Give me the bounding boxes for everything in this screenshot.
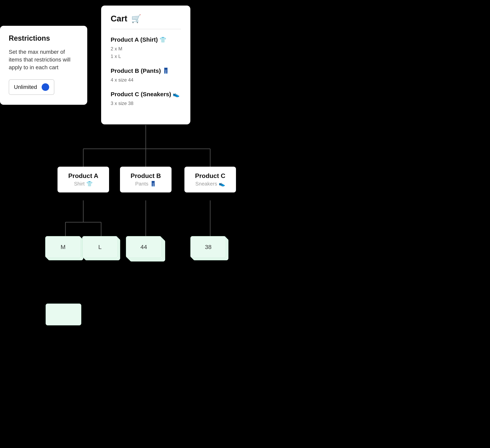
cart-product-c-name: Product C (Sneakers) 👟 <box>111 91 181 98</box>
variant-l-label: L <box>98 244 102 250</box>
sneakers-icon: 👟 <box>173 91 180 98</box>
cart-product-b: Product B (Pants) 👖 4 x size 44 <box>111 67 181 84</box>
product-a-name: Product A <box>65 172 102 179</box>
cart-product-c: Product C (Sneakers) 👟 3 x size 38 <box>111 91 181 107</box>
variant-l-stack: L <box>82 236 122 263</box>
restrictions-card: Restrictions Set the max number of items… <box>0 26 87 105</box>
variant-44-card-front[interactable]: 44 <box>126 236 162 258</box>
variant-38-card-front[interactable]: 38 <box>190 236 226 258</box>
variant-m-stack: M <box>45 236 86 263</box>
product-c-node: Product C Sneakers 👟 <box>184 167 236 192</box>
bottom-lone-card <box>46 304 81 325</box>
pants-icon: 👖 <box>162 67 169 74</box>
product-c-sub: Sneakers 👟 <box>192 181 229 187</box>
variant-44-stack: 44 <box>126 236 169 265</box>
product-a-sub-icon: 👕 <box>86 181 93 187</box>
product-a-node: Product A Shirt 👕 <box>58 167 109 192</box>
unlimited-label: Unlimited <box>14 84 38 90</box>
cart-product-b-name: Product B (Pants) 👖 <box>111 67 181 74</box>
product-a-sub: Shirt 👕 <box>65 181 102 187</box>
product-b-sub-icon: 👖 <box>150 181 156 187</box>
variant-44-label: 44 <box>140 244 147 250</box>
cart-product-a: Product A (Shirt) 👕 2 x M 1 x L <box>111 36 181 60</box>
toggle-circle[interactable] <box>42 83 49 91</box>
cart-product-a-name: Product A (Shirt) 👕 <box>111 36 181 43</box>
cart-product-b-variants: 4 x size 44 <box>111 76 181 84</box>
cart-product-a-variants: 2 x M 1 x L <box>111 45 181 60</box>
cart-icon: 🛒 <box>131 14 141 23</box>
cart-card: Cart 🛒 Product A (Shirt) 👕 2 x M 1 x L P… <box>101 6 190 124</box>
product-b-name: Product B <box>127 172 164 179</box>
shirt-icon: 👕 <box>159 36 166 43</box>
variant-38-label: 38 <box>205 244 211 250</box>
unlimited-control[interactable]: Unlimited <box>9 79 54 95</box>
tree-area: Product A Shirt 👕 Product B Pants 👖 Prod… <box>0 125 490 448</box>
variant-l-card-front[interactable]: L <box>82 236 118 258</box>
restrictions-description: Set the max number of items that restric… <box>9 48 79 72</box>
cart-header: Cart 🛒 <box>111 14 181 23</box>
product-c-name: Product C <box>192 172 229 179</box>
variant-38-stack: 38 <box>190 236 231 263</box>
product-b-sub: Pants 👖 <box>127 181 164 187</box>
restrictions-title: Restrictions <box>9 34 79 43</box>
variant-m-label: M <box>61 244 66 250</box>
product-c-sub-icon: 👟 <box>219 181 225 187</box>
cart-product-c-variants: 3 x size 38 <box>111 100 181 107</box>
product-b-node: Product B Pants 👖 <box>120 167 172 192</box>
variant-m-card-front[interactable]: M <box>45 236 81 258</box>
cart-title: Cart <box>111 14 127 23</box>
cart-divider <box>111 29 181 29</box>
